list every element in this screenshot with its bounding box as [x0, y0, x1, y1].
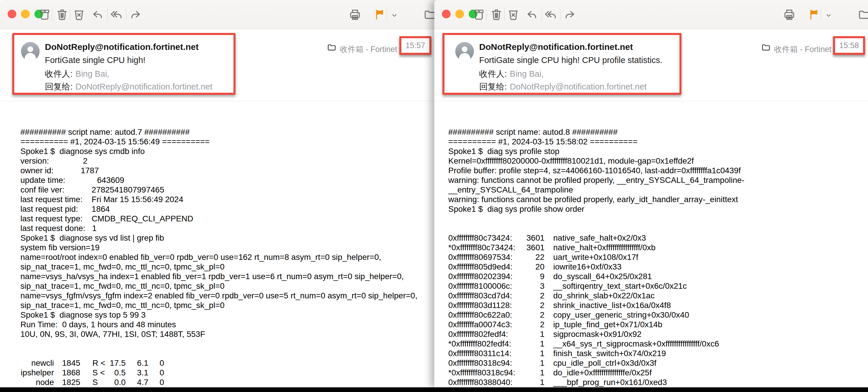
table-cell: 1: [526, 368, 545, 378]
table-cell: 3601: [526, 233, 545, 243]
table-row: *0xffffffff80318c94:1do_idle+0xfffffffff…: [448, 368, 868, 378]
table-cell: 0xffffffff80c73424:: [448, 233, 526, 243]
trash-icon[interactable]: [490, 8, 503, 21]
minimize-window-button[interactable]: [21, 10, 30, 19]
body-text-block: ########## script name: autod.7 ########…: [21, 127, 434, 339]
print-icon[interactable]: [348, 7, 362, 22]
window-toolbar: [434, 0, 868, 29]
profile-table: 0xffffffff80c73424:3601native_safe_halt+…: [448, 233, 868, 387]
table-cell: 0xffffffff805d9ed4:: [448, 262, 526, 272]
close-window-button[interactable]: [7, 10, 16, 19]
table-cell: 2: [526, 320, 545, 329]
toolbar-separator: [107, 9, 107, 21]
table-row: 0xffffffff80202394:9do_syscall_64+0x25/0…: [448, 272, 868, 281]
body-line: sip_nat_trace=1, mc_fwd=0, mc_ttl_nc=0, …: [21, 262, 434, 272]
message-body: ########## script name: autod.7 ########…: [0, 101, 434, 387]
junk-icon[interactable]: [506, 8, 520, 21]
table-cell: 1: [526, 339, 545, 349]
table-row: *0xffffffff802fedf4:1__x64_sys_rt_sigpro…: [448, 339, 868, 349]
person-icon: [21, 42, 40, 61]
table-cell: cpu_idle_poll_ctrl+0x3d/0x3f: [553, 358, 656, 368]
avatar: [21, 42, 40, 61]
subject-line: FortiGate single CPU high! CPU profile s…: [479, 55, 662, 65]
body-line: Profile buffer: profile step=4, sz=44066…: [448, 166, 868, 175]
move-to-folder-icon[interactable]: [423, 8, 434, 22]
mailbox-label: 收件箱 - Fortinet: [340, 44, 397, 55]
toolbar-separator: [126, 9, 126, 21]
table-row: 0xffffffff80318c94:1cpu_idle_poll_ctrl+0…: [448, 358, 868, 368]
toolbar-separator: [541, 9, 542, 21]
table-row: 0xffffffff80388040:1___bpf_prog_run+0x16…: [448, 378, 868, 387]
table-cell: 0xffffffff80697534:: [448, 252, 526, 262]
table-row: 0xffffffff805d9ed4:20iowrite16+0xf/0x33: [448, 262, 868, 272]
reply-icon[interactable]: [91, 8, 104, 21]
body-line: __entry_SYSCALL_64_trampoline: [448, 185, 868, 194]
body-line: name=vsys_fgfm/vsys_fgfm index=2 enabled…: [21, 291, 434, 300]
body-line: Spoke1 $ diag sys profile stop: [448, 146, 868, 156]
table-cell: do_syscall_64+0x25/0x281: [553, 272, 652, 281]
move-to-folder-icon[interactable]: [858, 8, 868, 22]
body-line: Spoke1 $ diag sys profile show order: [448, 204, 868, 214]
reply-all-icon[interactable]: [544, 8, 557, 21]
body-line: version: 2: [21, 156, 434, 166]
window-toolbar: [0, 0, 434, 29]
reply-all-icon[interactable]: [110, 8, 123, 21]
table-cell: 0xffffffff80318c94:: [448, 358, 526, 368]
table-cell: 9: [526, 272, 545, 281]
table-cell: do_idle+0xfffffffffffffffe/0x25f: [553, 368, 652, 378]
trash-icon[interactable]: [55, 8, 69, 21]
table-cell: ipshelper: [21, 368, 54, 378]
chevron-down-icon[interactable]: [824, 11, 833, 20]
archive-icon[interactable]: [472, 8, 486, 21]
reply-to-label: 回复给:: [479, 82, 507, 91]
forward-icon[interactable]: [563, 8, 577, 21]
junk-icon[interactable]: [72, 8, 86, 21]
mail-window-right: DoNotReply@notification.fortinet.net For…: [434, 0, 868, 387]
table-row: 0xffffffff80311c14:1finish_task_switch+0…: [448, 349, 868, 358]
table-cell: 0xffffffff80202394:: [448, 272, 526, 281]
body-line: owner id: 1787: [21, 166, 434, 175]
reply-to-value: DoNotReply@notification.fortinet.net: [510, 82, 647, 91]
table-row: 0xffffffff803d1128:2shrink_inactive_list…: [448, 300, 868, 310]
to-label: 收件人:: [479, 69, 507, 79]
table-row: 0xffffffff8100006c:3__softirqentry_text_…: [448, 281, 868, 291]
table-cell: native_safe_halt+0x2/0x3: [553, 233, 646, 243]
body-line: Kernel=0xffffffff80200000-0xffffffff8100…: [448, 156, 868, 166]
body-line: ========== #1, 2024-03-15 15:56:49 =====…: [21, 137, 434, 146]
table-cell: 1868: [62, 368, 80, 378]
archive-icon[interactable]: [38, 8, 51, 21]
table-cell: ip_tuple_find_get+0x71/0x14b: [553, 320, 662, 329]
chevron-down-icon[interactable]: [390, 11, 399, 20]
print-icon[interactable]: [782, 7, 796, 22]
toolbar-separator: [504, 9, 504, 21]
table-cell: 0.5: [107, 368, 126, 378]
minimize-window-button[interactable]: [455, 10, 464, 19]
process-table: newcli1845R <17.56.10ipshelper1868S <0.5…: [21, 358, 434, 387]
flag-icon[interactable]: [373, 8, 386, 21]
reply-icon[interactable]: [525, 8, 539, 21]
to-line: 收件人:Bing Bai,: [45, 68, 109, 80]
table-row: 0xffffffff803cd7d4:2do_shrink_slab+0x22/…: [448, 291, 868, 300]
table-cell: __softirqentry_text_start+0x6c/0x21c: [553, 281, 687, 291]
body-line: last request time: Fri Mar 15 15:56:49 2…: [21, 194, 434, 204]
table-cell: 0xffffffff803d1128:: [448, 300, 526, 310]
table-cell: 0xffffffff8100006c:: [448, 281, 526, 291]
table-cell: *0xffffffff80318c94:: [448, 368, 526, 378]
sender-address: DoNotReply@notification.fortinet.net: [45, 42, 199, 52]
table-cell: 3.1: [129, 368, 148, 378]
message-body: ########## script name: autod.8 ########…: [434, 101, 868, 387]
table-row: 0xffffffff802fedf4:1sigprocmask+0x91/0x9…: [448, 329, 868, 339]
flag-icon[interactable]: [807, 8, 820, 21]
body-line: Run Time: 0 days, 1 hours and 48 minutes: [21, 320, 434, 329]
annotation-box-time: 15:57: [399, 36, 431, 55]
table-cell: R <: [92, 358, 107, 368]
forward-icon[interactable]: [129, 8, 142, 21]
table-cell: 0xffffffff802fedf4:: [448, 329, 526, 339]
table-cell: do_shrink_slab+0x22/0x1ac: [553, 291, 655, 300]
close-window-button[interactable]: [442, 10, 451, 19]
annotation-box-time: 15:58: [833, 36, 865, 55]
toolbar-separator: [821, 9, 821, 21]
table-cell: 1: [526, 378, 545, 387]
table-row: newcli1845R <17.56.10: [21, 358, 434, 368]
to-value: Bing Bai,: [510, 69, 544, 79]
